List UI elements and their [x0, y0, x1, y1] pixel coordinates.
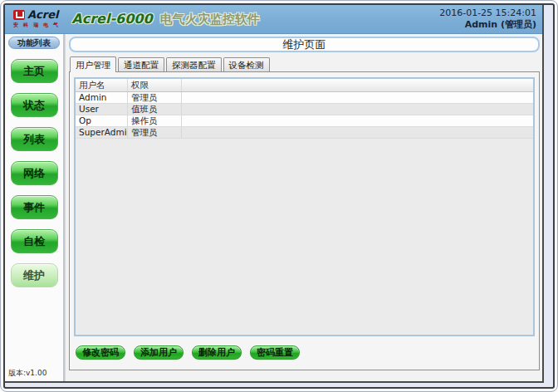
datetime-label: 2016-01-25 15:24:01 — [439, 7, 536, 19]
username-cell: SuperAdmin — [76, 127, 128, 138]
acrel-logo: Acrel 安 科 瑞 电 气 — [13, 9, 60, 29]
table-row[interactable]: Admin 管理员 — [76, 92, 533, 104]
role-cell: 管理员 — [128, 92, 182, 103]
table-row[interactable]: Op 操作员 — [76, 115, 533, 127]
column-header-role: 权限 — [128, 79, 182, 91]
table-row[interactable]: SuperAdmin 管理员 — [76, 127, 533, 139]
column-header-username: 用户名 — [76, 79, 128, 91]
user-table-panel: 用户名 权限 Admin 管理员 User 值班员 — [74, 77, 535, 336]
sidebar-item-home[interactable]: 主页 — [11, 59, 58, 83]
window-content: Acrel 安 科 瑞 电 气 Acrel-6000 电气火灾监控软件 2016… — [5, 5, 544, 383]
sidebar-item-maintenance[interactable]: 维护 — [11, 263, 58, 287]
header-status: 2016-01-25 15:24:01 Admin (管理员) — [439, 7, 536, 32]
logo-subtitle: 安 科 瑞 电 气 — [13, 22, 60, 29]
change-password-button[interactable]: 修改密码 — [76, 345, 125, 360]
current-user-label: Admin (管理员) — [439, 19, 536, 31]
action-button-row: 修改密码 添加用户 删除用户 密码重置 — [74, 345, 535, 360]
add-user-button[interactable]: 添加用户 — [134, 345, 184, 360]
role-cell: 操作员 — [128, 115, 182, 126]
sidebar-item-events[interactable]: 事件 — [11, 195, 58, 219]
delete-user-button[interactable]: 删除用户 — [192, 345, 242, 360]
version-label: 版本:v1.00 — [5, 368, 46, 381]
tab-detector-config[interactable]: 探测器配置 — [166, 57, 222, 71]
tab-content-pane: 用户名 权限 Admin 管理员 User 值班员 — [69, 71, 540, 370]
username-cell: Op — [76, 115, 128, 126]
tab-channel-config[interactable]: 通道配置 — [118, 57, 164, 71]
tab-user-management[interactable]: 用户管理 — [70, 56, 116, 72]
page-title: 维护页面 — [69, 37, 540, 52]
reset-password-button[interactable]: 密码重置 — [250, 345, 300, 360]
sidebar-item-list[interactable]: 列表 — [11, 127, 58, 151]
table-header-row: 用户名 权限 — [76, 79, 533, 92]
table-row[interactable]: User 值班员 — [76, 104, 533, 115]
app-title: Acrel-6000 电气火灾监控软件 — [71, 11, 259, 27]
logo-top: Acrel — [13, 9, 60, 20]
header-bar: Acrel 安 科 瑞 电 气 Acrel-6000 电气火灾监控软件 2016… — [5, 5, 542, 34]
username-cell: User — [76, 104, 128, 115]
column-header-empty — [182, 79, 533, 91]
app-window: Acrel 安 科 瑞 电 气 Acrel-6000 电气火灾监控软件 2016… — [3, 3, 555, 389]
sidebar-item-selftest[interactable]: 自检 — [11, 229, 58, 253]
app-title-en: Acrel-6000 — [71, 11, 152, 27]
screen: Acrel 安 科 瑞 电 气 Acrel-6000 电气火灾监控软件 2016… — [0, 0, 558, 392]
sidebar-item-status[interactable]: 状态 — [11, 93, 58, 117]
sidebar: 功能列表 主页 状态 列表 网络 事件 自检 维护 版本:v1.00 — [5, 34, 65, 381]
role-cell: 管理员 — [128, 127, 182, 138]
logo-brand-text: Acrel — [27, 9, 58, 20]
main-area: 维护页面 用户管理 通道配置 探测器配置 设备检测 用户名 权限 — [65, 34, 542, 381]
username-cell: Admin — [76, 92, 128, 103]
sidebar-header: 功能列表 — [8, 37, 60, 49]
app-title-zh: 电气火灾监控软件 — [160, 12, 260, 27]
app-body: 功能列表 主页 状态 列表 网络 事件 自检 维护 版本:v1.00 维护页面 … — [5, 34, 542, 381]
tab-bar: 用户管理 通道配置 探测器配置 设备检测 — [69, 56, 540, 71]
tab-device-check[interactable]: 设备检测 — [223, 57, 270, 71]
sidebar-item-network[interactable]: 网络 — [11, 161, 58, 185]
role-cell: 值班员 — [128, 104, 182, 115]
acrel-logo-icon — [13, 10, 25, 20]
